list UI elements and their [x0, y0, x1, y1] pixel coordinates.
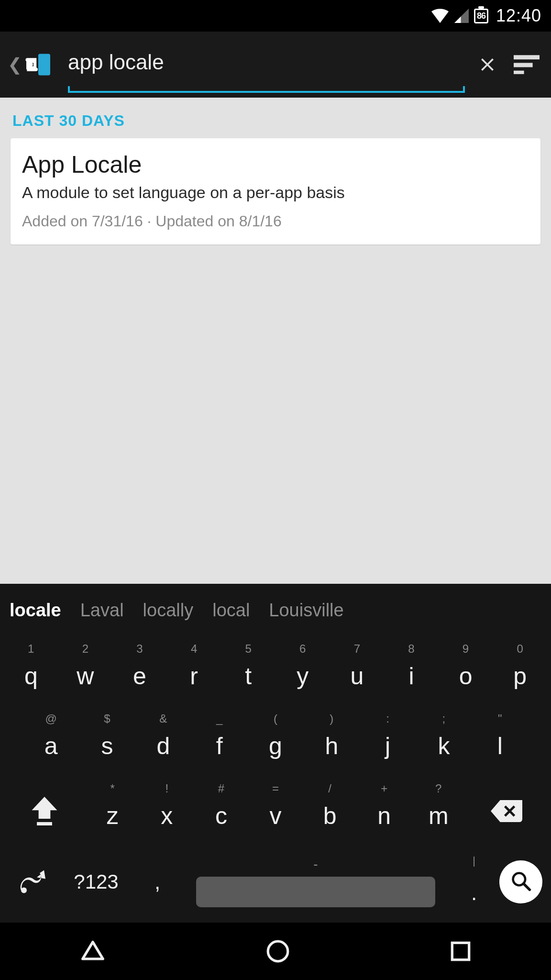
- key-m[interactable]: ?m: [411, 776, 466, 846]
- key-p[interactable]: 0p: [493, 636, 547, 706]
- key-hint: +: [381, 782, 387, 795]
- key-t[interactable]: 5t: [221, 636, 276, 706]
- key-f[interactable]: _f: [191, 706, 247, 776]
- android-nav-bar: [0, 923, 551, 980]
- key-n[interactable]: +n: [357, 776, 411, 846]
- key-x[interactable]: !x: [140, 776, 194, 846]
- key-r[interactable]: 4r: [167, 636, 221, 706]
- key-e[interactable]: 3e: [112, 636, 167, 706]
- nav-recents-button[interactable]: [450, 940, 472, 962]
- suggestion[interactable]: local: [212, 600, 250, 621]
- sort-icon: [514, 55, 540, 74]
- key-c[interactable]: #c: [194, 776, 249, 846]
- key-hint: (: [274, 712, 277, 725]
- key-label: l: [497, 732, 503, 760]
- soft-keyboard: locale Laval locally local Louisville 1q…: [0, 584, 551, 923]
- key-a[interactable]: @a: [23, 706, 79, 776]
- key-g[interactable]: (g: [247, 706, 303, 776]
- suggestion[interactable]: Laval: [80, 600, 124, 621]
- key-hint: 7: [354, 642, 360, 656]
- key-hint: *: [110, 782, 115, 795]
- key-label: m: [429, 802, 449, 830]
- key-label: c: [215, 802, 227, 830]
- key-label: o: [459, 662, 473, 690]
- key-hint: 1: [28, 642, 34, 656]
- key-label: y: [297, 662, 309, 690]
- shift-key[interactable]: [4, 776, 85, 846]
- status-clock: 12:40: [496, 6, 541, 26]
- key-label: e: [133, 662, 146, 690]
- suggestion[interactable]: locally: [143, 600, 194, 621]
- key-label: g: [269, 732, 282, 760]
- clear-search-button[interactable]: [471, 48, 504, 81]
- key-hint: 9: [463, 642, 469, 656]
- suggestion-bar: locale Laval locally local Louisville: [0, 584, 551, 636]
- key-q[interactable]: 1q: [4, 636, 58, 706]
- key-w[interactable]: 2w: [58, 636, 113, 706]
- space-key[interactable]: [196, 877, 435, 907]
- svg-rect-4: [37, 822, 52, 825]
- svg-line-7: [524, 884, 530, 890]
- key-label: h: [325, 732, 338, 760]
- nav-back-button[interactable]: [79, 940, 106, 962]
- key-label: t: [245, 662, 252, 690]
- key-s[interactable]: $s: [79, 706, 135, 776]
- battery-percent: 86: [477, 11, 485, 21]
- results-area: LAST 30 DAYS App Locale A module to set …: [0, 98, 551, 584]
- symbols-key[interactable]: ?123: [60, 870, 132, 893]
- key-label: k: [438, 732, 450, 760]
- section-header: LAST 30 DAYS: [12, 112, 540, 130]
- key-hint: ): [330, 712, 333, 725]
- cell-signal-icon: [454, 9, 469, 23]
- key-hint: &: [159, 712, 167, 725]
- key-hint: ;: [442, 712, 446, 725]
- chevron-left-icon: ❮: [8, 55, 22, 75]
- key-hint: 4: [191, 642, 197, 656]
- key-label: w: [77, 662, 94, 690]
- key-b[interactable]: /b: [303, 776, 357, 846]
- back-button[interactable]: ❮: [8, 50, 53, 79]
- swipe-icon: [18, 869, 47, 895]
- key-v[interactable]: =v: [248, 776, 303, 846]
- app-bar: ❮: [0, 32, 551, 98]
- key-o[interactable]: 9o: [439, 636, 493, 706]
- key-i[interactable]: 8i: [384, 636, 439, 706]
- comma-key[interactable]: ,: [136, 870, 179, 894]
- status-bar: 86 12:40: [0, 0, 551, 32]
- xposed-app-icon: [24, 50, 53, 79]
- key-u[interactable]: 7u: [330, 636, 385, 706]
- keyboard-search-button[interactable]: [499, 860, 542, 903]
- key-label: b: [323, 802, 337, 830]
- key-k[interactable]: ;k: [416, 706, 472, 776]
- period-key[interactable]: | .: [452, 855, 496, 909]
- key-h[interactable]: )h: [304, 706, 360, 776]
- key-hint: $: [104, 712, 110, 725]
- search-icon: [510, 870, 531, 893]
- search-input[interactable]: [68, 45, 465, 84]
- backspace-key[interactable]: [466, 776, 547, 846]
- key-y[interactable]: 6y: [276, 636, 330, 706]
- period-hint: |: [473, 855, 475, 867]
- suggestion[interactable]: Louisville: [269, 600, 343, 621]
- key-hint: 6: [299, 642, 306, 656]
- swipe-input-key[interactable]: [9, 869, 56, 895]
- suggestion[interactable]: locale: [10, 600, 61, 621]
- key-hint: ?: [435, 782, 441, 795]
- sort-button[interactable]: [510, 48, 543, 81]
- result-card[interactable]: App Locale A module to set language on a…: [11, 138, 540, 245]
- key-z[interactable]: *z: [85, 776, 140, 846]
- svg-rect-0: [38, 54, 50, 76]
- key-label: p: [513, 662, 527, 690]
- key-j[interactable]: :j: [360, 706, 416, 776]
- key-label: j: [385, 732, 390, 760]
- svg-rect-1: [514, 55, 540, 59]
- key-label: d: [156, 732, 170, 760]
- key-hint: _: [216, 712, 222, 725]
- key-l[interactable]: "l: [472, 706, 528, 776]
- nav-home-button[interactable]: [265, 939, 290, 964]
- key-label: u: [350, 662, 364, 690]
- key-hint: !: [165, 782, 168, 795]
- key-d[interactable]: &d: [135, 706, 191, 776]
- svg-point-8: [268, 941, 288, 961]
- space-hint: -: [313, 857, 318, 872]
